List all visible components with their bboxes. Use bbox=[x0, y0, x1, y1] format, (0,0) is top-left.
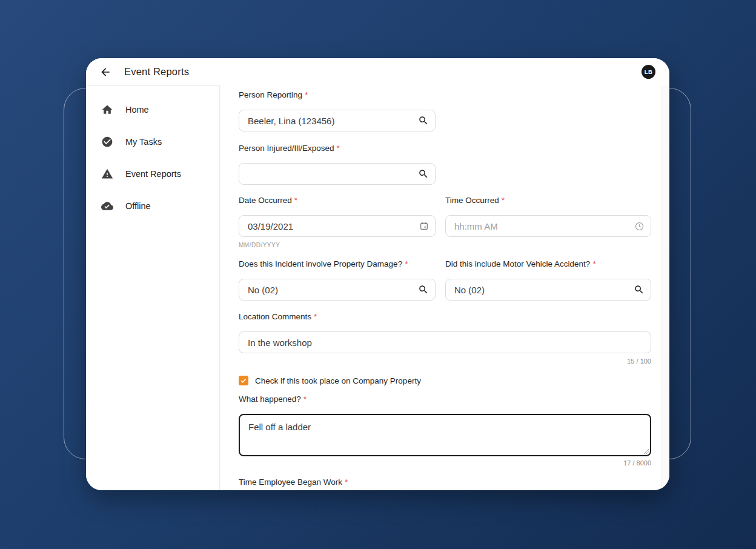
location-comments-value[interactable] bbox=[248, 338, 645, 348]
check-circle-icon bbox=[101, 136, 113, 148]
required-asterisk: * bbox=[305, 90, 308, 99]
damage-vehicle-row: Does this Incident involve Property Dama… bbox=[239, 259, 651, 301]
person-reporting-label: Person Reporting* bbox=[239, 90, 651, 100]
sidebar-item-label: Home bbox=[125, 105, 149, 115]
person-reporting-input[interactable] bbox=[239, 110, 436, 131]
time-occurred-label: Time Occurred* bbox=[445, 196, 651, 205]
required-asterisk: * bbox=[303, 394, 307, 404]
form-scroll-area: Person Reporting* Person Injured/Ill/Exp… bbox=[220, 85, 669, 490]
required-asterisk: * bbox=[592, 259, 595, 268]
date-occurred-label: Date Occurred* bbox=[239, 196, 436, 205]
person-injured-label: Person Injured/Ill/Exposed* bbox=[239, 144, 651, 153]
date-format-hint: MM/DD/YYYY bbox=[239, 242, 436, 249]
time-occurred-input[interactable] bbox=[445, 215, 651, 237]
sidebar-item-label: My Tasks bbox=[125, 137, 162, 147]
back-button[interactable] bbox=[97, 64, 114, 81]
back-arrow-icon bbox=[99, 66, 111, 78]
app-background: Event Reports LB Home My Tasks bbox=[0, 0, 756, 549]
cloud-check-icon bbox=[101, 200, 113, 212]
what-happened-counter: 17 / 8000 bbox=[239, 459, 651, 467]
location-comments-counter: 15 / 100 bbox=[239, 358, 651, 365]
scrollbar-track[interactable] bbox=[662, 85, 669, 490]
search-icon[interactable] bbox=[634, 284, 645, 295]
sidebar-item-my-tasks[interactable]: My Tasks bbox=[86, 125, 219, 158]
property-damage-input[interactable] bbox=[239, 279, 436, 301]
search-icon[interactable] bbox=[418, 115, 429, 126]
clock-icon[interactable] bbox=[634, 221, 645, 231]
search-icon[interactable] bbox=[418, 284, 429, 295]
home-icon bbox=[101, 104, 113, 116]
date-occurred-input[interactable] bbox=[239, 215, 436, 237]
sidebar-item-offline[interactable]: Offline bbox=[86, 190, 219, 222]
time-began-work-label: Time Employee Began Work* bbox=[239, 477, 651, 487]
sidebar-item-home[interactable]: Home bbox=[86, 93, 219, 125]
required-asterisk: * bbox=[502, 196, 505, 205]
window-body: Home My Tasks Event Reports bbox=[86, 85, 669, 490]
what-happened-textarea[interactable]: Fell off a ladder bbox=[239, 414, 651, 456]
user-avatar[interactable]: LB bbox=[642, 65, 655, 79]
checkbox-checked-icon[interactable] bbox=[239, 376, 248, 385]
search-icon[interactable] bbox=[418, 168, 429, 179]
location-comments-label: Location Comments* bbox=[239, 312, 651, 322]
property-damage-label: Does this Incident involve Property Dama… bbox=[239, 259, 436, 269]
page-title: Event Reports bbox=[124, 66, 189, 78]
sidebar-item-label: Event Reports bbox=[125, 169, 181, 179]
person-injured-input[interactable] bbox=[239, 163, 436, 185]
time-occurred-value[interactable] bbox=[454, 221, 629, 231]
required-asterisk: * bbox=[314, 312, 317, 321]
motor-vehicle-value[interactable] bbox=[454, 285, 629, 295]
person-reporting-value[interactable] bbox=[248, 116, 413, 126]
resize-grip-icon[interactable] bbox=[644, 449, 649, 454]
company-property-checkbox-row[interactable]: Check if this took place on Company Prop… bbox=[239, 375, 651, 386]
sidebar: Home My Tasks Event Reports bbox=[86, 85, 220, 490]
company-property-checkbox-label: Check if this took place on Company Prop… bbox=[255, 376, 421, 385]
person-injured-value[interactable] bbox=[248, 169, 413, 179]
date-time-row: Date Occurred* MM/DD/YYYY Time Occurre bbox=[239, 196, 651, 249]
date-occurred-value[interactable] bbox=[248, 221, 414, 231]
required-asterisk: * bbox=[345, 477, 348, 487]
warning-icon bbox=[101, 168, 113, 180]
property-damage-value[interactable] bbox=[248, 285, 413, 295]
event-reports-window: Event Reports LB Home My Tasks bbox=[86, 58, 669, 490]
sidebar-item-label: Offline bbox=[125, 201, 151, 211]
required-asterisk: * bbox=[294, 196, 297, 205]
what-happened-label: What happened?* bbox=[239, 394, 651, 404]
required-asterisk: * bbox=[337, 144, 340, 153]
app-header: Event Reports LB bbox=[86, 58, 669, 85]
sidebar-item-event-reports[interactable]: Event Reports bbox=[86, 158, 219, 190]
motor-vehicle-label: Did this include Motor Vehicle Accident?… bbox=[445, 259, 651, 269]
what-happened-field: Fell off a ladder bbox=[239, 414, 651, 456]
calendar-icon[interactable] bbox=[419, 221, 429, 231]
required-asterisk: * bbox=[405, 259, 408, 268]
motor-vehicle-input[interactable] bbox=[445, 279, 651, 301]
location-comments-input[interactable] bbox=[239, 331, 651, 353]
